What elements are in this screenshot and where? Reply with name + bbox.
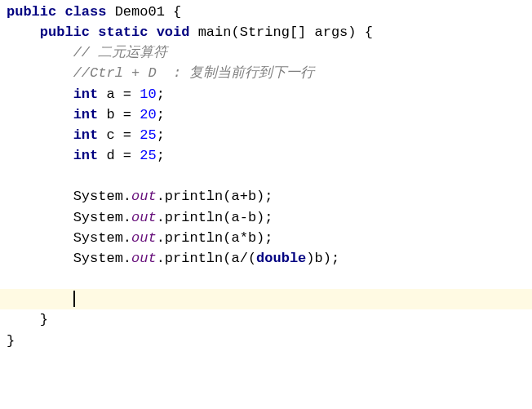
out-field: out [131,251,157,266]
brace-close: } [40,312,48,327]
semicolon: ; [264,230,273,246]
dot: . [157,230,165,246]
system-class: System [73,210,123,225]
equals: = [123,148,131,163]
paren-open: ( [223,230,231,246]
dot: . [123,189,131,204]
paren-close: ) [323,251,331,266]
code-line-9-blank [0,166,532,186]
keyword-int: int [73,107,99,122]
code-line-10: System.out.println(a+b); [0,186,532,207]
keyword-double: double [256,251,306,266]
code-line-8: int d = 25; [0,145,532,166]
method-name: main [198,24,232,40]
dot: . [157,251,165,266]
semicolon: ; [264,189,273,204]
equals: = [123,87,131,102]
out-field: out [131,210,157,225]
value-10: 10 [140,87,156,102]
keyword-int: int [73,127,99,143]
brace-close: } [7,333,15,349]
semicolon: ; [331,251,339,266]
code-line-5: int a = 10; [0,84,532,104]
var-d: d [106,148,114,163]
class-name: Demo01 [115,4,165,20]
equals: = [123,107,131,122]
keyword-class: class [64,4,106,20]
dot: . [157,189,165,204]
code-editor[interactable]: public class Demo01 { public static void… [0,2,532,351]
semicolon: ; [157,107,165,122]
semicolon: ; [264,210,273,225]
keyword-public: public [7,4,56,20]
paren-open: ( [231,24,239,40]
var-a: a [106,87,114,102]
code-line-16: } [0,309,532,330]
equals: = [123,127,131,143]
semicolon: ; [157,127,165,143]
dot: . [157,210,165,225]
code-line-12: System.out.println(a*b); [0,228,532,248]
paren-close: ) [348,24,356,40]
expr-a-div-pre: a/( [231,251,256,266]
keyword-public: public [40,24,90,40]
paren-open: ( [223,251,231,266]
param-type: String[] [240,24,307,40]
println-method: println [165,230,223,246]
code-line-7: int c = 25; [0,125,532,145]
system-class: System [73,189,123,204]
println-method: println [165,210,223,225]
code-line-11: System.out.println(a-b); [0,207,532,228]
expr-a-minus-b: a-b [231,210,256,225]
comment-ctrl-d: //Ctrl + D : 复制当前行到下一行 [73,65,315,81]
value-25: 25 [140,127,156,143]
var-c: c [106,127,114,143]
code-line-15-cursor [0,289,532,309]
out-field: out [131,230,157,246]
code-line-14-blank [0,269,532,289]
paren-open: ( [223,210,231,225]
expr-a-plus-b: a+b [231,189,256,204]
keyword-static: static [98,24,148,40]
dot: . [123,251,131,266]
code-line-17: } [0,331,532,351]
system-class: System [73,251,123,266]
code-line-4: //Ctrl + D : 复制当前行到下一行 [0,63,532,83]
text-cursor [73,291,75,307]
code-line-3: // 二元运算符 [0,42,532,63]
semicolon: ; [157,87,165,102]
println-method: println [165,251,223,266]
system-class: System [73,230,123,246]
keyword-int: int [73,87,99,102]
param-name: args [315,24,348,40]
paren-close: ) [256,189,264,204]
expr-a-div-post: )b [306,251,322,266]
brace-open: { [173,4,181,20]
paren-close: ) [256,230,264,246]
keyword-int: int [73,148,99,163]
brace-open: { [365,24,373,40]
code-line-6: int b = 20; [0,104,532,125]
value-25: 25 [140,148,156,163]
comment-binary-op: // 二元运算符 [73,45,168,60]
semicolon: ; [157,148,165,163]
value-20: 20 [140,107,156,122]
out-field: out [131,189,157,204]
keyword-void: void [157,24,190,40]
code-line-2: public static void main(String[] args) { [0,22,532,42]
code-line-13: System.out.println(a/(double)b); [0,248,532,269]
var-b: b [106,107,114,122]
code-line-1: public class Demo01 { [0,2,532,22]
println-method: println [165,189,223,204]
paren-open: ( [223,189,231,204]
dot: . [123,230,131,246]
paren-close: ) [256,210,264,225]
dot: . [123,210,131,225]
expr-a-times-b: a*b [231,230,256,246]
